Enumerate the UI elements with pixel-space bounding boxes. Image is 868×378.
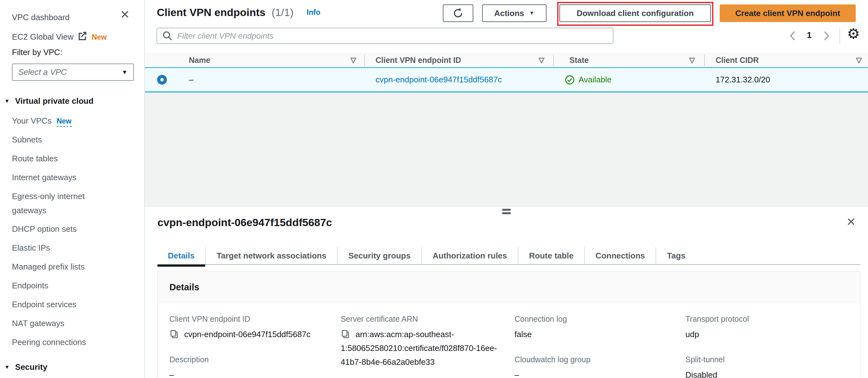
column-header-name[interactable]: Name ▽: [180, 54, 364, 67]
table-header: Name ▽ Client VPN endpoint ID ▽ State ▽ …: [145, 53, 868, 67]
details-card-title: Details: [158, 272, 860, 303]
sidebar-item-managed-prefix-lists[interactable]: Managed prefix lists: [12, 260, 85, 274]
resource-count: (1/1): [272, 6, 293, 18]
next-page-button[interactable]: [823, 30, 831, 41]
external-link-icon: [77, 31, 87, 41]
sidebar-item-endpoints[interactable]: Endpoints: [12, 279, 49, 293]
triangle-down-icon: ▼: [4, 364, 10, 370]
status-badge: Available: [564, 75, 612, 85]
tab-connections[interactable]: Connections: [584, 247, 656, 264]
download-client-configuration-button[interactable]: Download client configuration: [559, 4, 711, 22]
chevron-down-icon: ▼: [122, 69, 128, 76]
column-header-client-cidr[interactable]: Client CIDR ▽: [705, 54, 868, 67]
sidebar-item-dhcp-option-sets[interactable]: DHCP option sets: [12, 222, 77, 236]
sidebar-item-internet-gateways[interactable]: Internet gateways: [12, 170, 76, 184]
gear-icon[interactable]: ⚙: [847, 26, 860, 41]
copy-icon[interactable]: [169, 329, 180, 339]
tab-details[interactable]: Details: [157, 247, 205, 264]
caret-down-icon: ▼: [529, 10, 534, 16]
cell-client-cidr: 172.31.32.0/20: [705, 75, 868, 85]
details-card-body: Client VPN endpoint ID cvpn-endpoint-06e…: [158, 303, 860, 378]
page-number[interactable]: 1: [804, 30, 815, 40]
new-badge[interactable]: New: [57, 117, 71, 127]
vpc-select-dropdown[interactable]: Select a VPC ▼: [12, 63, 134, 81]
close-icon[interactable]: ✕: [846, 216, 856, 228]
sidebar-item-endpoint-services[interactable]: Endpoint services: [12, 297, 76, 312]
cell-name: –: [180, 75, 365, 85]
copy-icon[interactable]: [341, 329, 351, 339]
sidebar-section-security[interactable]: ▼ Security: [4, 362, 48, 372]
field-description: Description –: [169, 355, 341, 378]
sidebar: VPC dashboard ✕ EC2 Global ViewNew Filte…: [0, 0, 145, 378]
sidebar-section-virtual-private-cloud[interactable]: ▼ Virtual private cloud: [4, 96, 94, 106]
sidebar-item-elastic-ips[interactable]: Elastic IPs: [12, 241, 50, 255]
check-circle-icon: [564, 75, 575, 85]
field-server-certificate-arn: Server certificate ARN arn:aws:acm:ap-so…: [341, 315, 515, 369]
field-connection-log: Connection log false: [515, 315, 685, 341]
details-column-1: Client VPN endpoint ID cvpn-endpoint-06e…: [169, 315, 341, 378]
tab-target-network-associations[interactable]: Target network associations: [205, 247, 337, 264]
sidebar-item-your-vpcs[interactable]: Your VPCsNew: [12, 114, 72, 128]
details-card: Details Client VPN endpoint ID cvpn-endp…: [157, 271, 861, 378]
selection-column-header: [145, 54, 180, 67]
page-title-text: Client VPN endpoints: [157, 6, 266, 18]
triangle-down-icon: ▼: [4, 98, 10, 104]
field-cloudwatch-log-group: Cloudwatch log group –: [515, 355, 685, 378]
sidebar-item-peering-connections[interactable]: Peering connections: [12, 335, 86, 349]
sidebar-item-nat-gateways[interactable]: NAT gateways: [12, 316, 64, 330]
column-header-endpoint-id[interactable]: Client VPN endpoint ID ▽: [365, 54, 553, 67]
sort-filter-icon[interactable]: ▽: [856, 56, 862, 64]
sidebar-item-egress-only-internet-gateways[interactable]: Egress-only internet gateways: [12, 189, 110, 217]
search-icon: [162, 30, 173, 41]
details-column-2: Server certificate ARN arn:aws:acm:ap-so…: [341, 315, 515, 378]
sort-filter-icon[interactable]: ▽: [539, 56, 544, 64]
panel-drag-handle[interactable]: [502, 209, 511, 216]
main-content: Client VPN endpoints (1/1) Info Actions …: [145, 0, 868, 378]
filter-input-container: [156, 28, 614, 44]
info-link[interactable]: Info: [307, 8, 320, 16]
close-icon[interactable]: ✕: [120, 9, 130, 21]
content-backdrop: [145, 93, 868, 206]
field-transport-protocol: Transport protocol udp: [685, 315, 860, 341]
field-split-tunnel: Split-tunnel Disabled: [685, 355, 860, 378]
new-badge: New: [92, 33, 106, 41]
sort-filter-icon[interactable]: ▽: [689, 56, 695, 64]
sort-filter-icon[interactable]: ▽: [350, 56, 356, 64]
tab-tags[interactable]: Tags: [656, 247, 696, 264]
details-column-4: Transport protocol udp Split-tunnel Disa…: [685, 315, 860, 378]
filter-by-vpc-label: Filter by VPC:: [12, 48, 62, 57]
filter-input[interactable]: [177, 31, 608, 41]
tab-route-table[interactable]: Route table: [518, 247, 584, 264]
endpoint-id-link[interactable]: cvpn-endpoint-06e947f15ddf5687c: [376, 75, 502, 85]
create-client-vpn-endpoint-button[interactable]: Create client VPN endpoint: [720, 4, 856, 22]
split-panel: cvpn-endpoint-06e947f15ddf5687c ✕ Detail…: [145, 206, 868, 378]
tab-security-groups[interactable]: Security groups: [337, 247, 421, 264]
table-row[interactable]: – cvpn-endpoint-06e947f15ddf5687c Availa…: [145, 67, 868, 92]
actions-button[interactable]: Actions ▼: [482, 4, 547, 22]
details-column-3: Connection log false Cloudwatch log grou…: [515, 315, 685, 378]
sidebar-item-vpc-dashboard[interactable]: VPC dashboard: [12, 12, 70, 22]
page-title: Client VPN endpoints (1/1) Info: [157, 6, 320, 19]
divider: [839, 28, 840, 44]
sidebar-item-ec2-global-view[interactable]: EC2 Global ViewNew: [12, 31, 106, 42]
tab-bar: Details Target network associations Secu…: [157, 247, 861, 265]
refresh-button[interactable]: [443, 4, 473, 22]
previous-page-button[interactable]: [788, 30, 797, 41]
sidebar-item-subnets[interactable]: Subnets: [12, 133, 42, 147]
vpc-console-page: VPC dashboard ✕ EC2 Global ViewNew Filte…: [0, 0, 868, 378]
refresh-icon: [452, 7, 464, 20]
sidebar-item-route-tables[interactable]: Route tables: [12, 152, 58, 166]
row-radio-selected[interactable]: [157, 75, 167, 85]
ec2-global-view-label[interactable]: EC2 Global View: [12, 32, 73, 41]
tab-authorization-rules[interactable]: Authorization rules: [421, 247, 518, 264]
panel-title: cvpn-endpoint-06e947f15ddf5687c: [157, 216, 332, 229]
vpc-select-placeholder: Select a VPC: [18, 67, 67, 77]
field-client-vpn-endpoint-id: Client VPN endpoint ID cvpn-endpoint-06e…: [169, 315, 341, 341]
column-header-state[interactable]: State ▽: [554, 54, 704, 67]
